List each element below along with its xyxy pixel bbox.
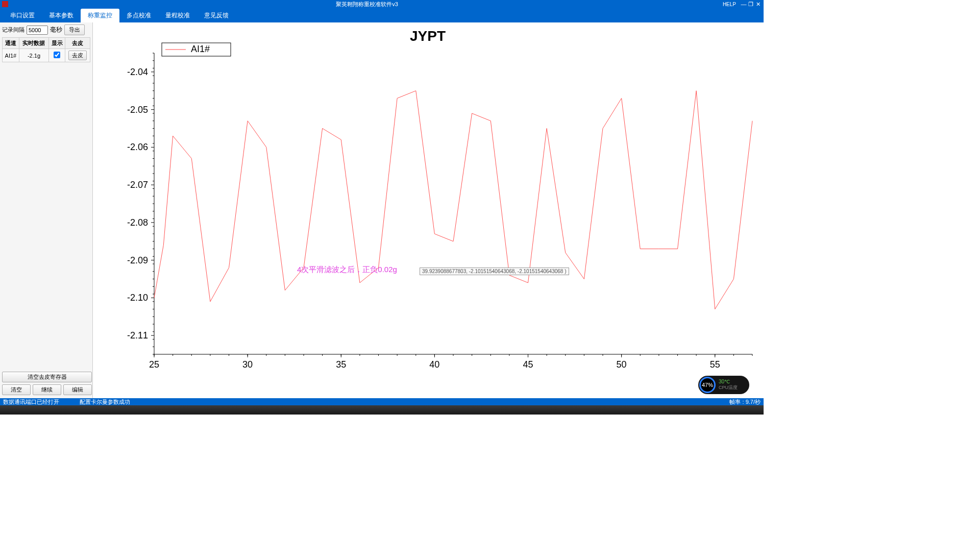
data-table: 通道实时数据显示去皮 AI1# -2.1g 去皮 bbox=[2, 37, 90, 62]
status-left: 数据通讯端口已经打开 bbox=[3, 398, 59, 406]
edit-button[interactable]: 编辑 bbox=[63, 384, 92, 395]
tab-4[interactable]: 量程校准 bbox=[158, 9, 197, 22]
svg-text:JYPT: JYPT bbox=[410, 28, 446, 44]
svg-text:30: 30 bbox=[242, 359, 253, 370]
close-button[interactable]: ✕ bbox=[754, 1, 762, 8]
status-mid: 配置卡尔曼参数成功 bbox=[80, 398, 130, 406]
table-header: 显示 bbox=[49, 38, 65, 49]
svg-text:35: 35 bbox=[336, 359, 346, 370]
status-right: 帧率 : 9.7/秒 bbox=[729, 398, 761, 406]
tare-button[interactable]: 去皮 bbox=[68, 51, 87, 60]
chart-annotation: 4次平滑滤波之后，正负0.02g bbox=[297, 265, 397, 275]
tab-1[interactable]: 基本参数 bbox=[42, 9, 81, 22]
tare-cell: 去皮 bbox=[65, 49, 90, 62]
cpu-temp: 30℃ bbox=[719, 379, 738, 384]
export-button[interactable]: 导出 bbox=[64, 25, 85, 35]
record-interval-input[interactable] bbox=[27, 26, 48, 35]
cpu-label: CPU温度 bbox=[719, 384, 738, 391]
status-bar: 数据通讯端口已经打开 配置卡尔曼参数成功 帧率 : 9.7/秒 bbox=[0, 398, 764, 405]
svg-text:-2.05: -2.05 bbox=[127, 105, 148, 115]
app-icon bbox=[2, 1, 8, 7]
minimize-button[interactable]: — bbox=[740, 1, 747, 7]
window-title: 聚英翱翔称重校准软件v3 bbox=[11, 1, 723, 8]
clear-button[interactable]: 清空 bbox=[2, 384, 31, 395]
show-checkbox[interactable] bbox=[54, 52, 60, 58]
taskbar bbox=[0, 405, 764, 415]
unit-label: 毫秒 bbox=[50, 26, 62, 34]
table-header: 实时数据 bbox=[19, 38, 48, 49]
tab-3[interactable]: 多点校准 bbox=[119, 9, 158, 22]
tab-2[interactable]: 称重监控 bbox=[81, 9, 119, 22]
svg-text:45: 45 bbox=[523, 359, 533, 370]
cpu-percent: 47% bbox=[699, 377, 716, 393]
chart-tooltip: 39.9239088677803, -2.10151540643068, -2.… bbox=[420, 268, 569, 275]
svg-text:-2.10: -2.10 bbox=[127, 293, 148, 303]
record-interval-label: 记录间隔 bbox=[2, 26, 24, 34]
table-header: 通道 bbox=[3, 38, 19, 49]
continue-button[interactable]: 继续 bbox=[33, 384, 61, 395]
value-cell: -2.1g bbox=[19, 49, 48, 62]
clear-tare-button[interactable]: 清空去皮寄存器 bbox=[2, 372, 92, 382]
svg-text:-2.09: -2.09 bbox=[127, 255, 148, 265]
chart-area[interactable]: JYPTAI1#-2.04-2.05-2.06-2.07-2.08-2.09-2… bbox=[93, 22, 764, 398]
svg-text:-2.11: -2.11 bbox=[127, 330, 148, 341]
sidebar: 记录间隔 毫秒 导出 通道实时数据显示去皮 AI1# -2.1g 去皮 清空去皮… bbox=[0, 22, 93, 398]
tab-5[interactable]: 意见反馈 bbox=[197, 9, 236, 22]
channel-cell: AI1# bbox=[3, 49, 19, 62]
cpu-widget[interactable]: 47% 30℃ CPU温度 bbox=[698, 376, 749, 394]
svg-text:40: 40 bbox=[429, 359, 439, 370]
chart-svg: JYPTAI1#-2.04-2.05-2.06-2.07-2.08-2.09-2… bbox=[93, 22, 763, 390]
svg-text:-2.07: -2.07 bbox=[127, 180, 148, 190]
svg-text:-2.08: -2.08 bbox=[127, 217, 148, 228]
svg-text:-2.06: -2.06 bbox=[127, 142, 148, 152]
svg-text:-2.04: -2.04 bbox=[127, 67, 148, 77]
table-header: 去皮 bbox=[65, 38, 90, 49]
svg-text:55: 55 bbox=[710, 359, 720, 370]
help-link[interactable]: HELP bbox=[723, 2, 736, 7]
maximize-button[interactable]: ❐ bbox=[747, 1, 754, 8]
svg-text:AI1#: AI1# bbox=[191, 44, 210, 54]
svg-text:50: 50 bbox=[617, 359, 627, 370]
tab-0[interactable]: 串口设置 bbox=[3, 9, 42, 22]
svg-text:25: 25 bbox=[149, 359, 159, 370]
show-cell bbox=[49, 49, 65, 62]
tab-bar: 串口设置基本参数称重监控多点校准量程校准意见反馈 bbox=[0, 8, 764, 22]
titlebar: 聚英翱翔称重校准软件v3 HELP — ❐ ✕ bbox=[0, 0, 764, 8]
